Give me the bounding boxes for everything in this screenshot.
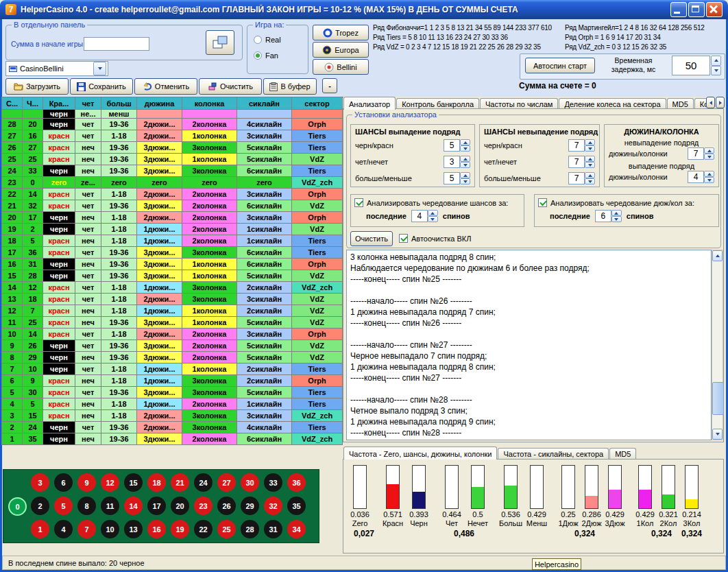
scrollbar-thumb[interactable] <box>712 382 724 415</box>
scroll-up-icon[interactable] <box>712 250 723 261</box>
cancel-button[interactable]: Отменить <box>134 78 197 95</box>
roulette-number[interactable]: 21 <box>171 473 189 492</box>
spin-up-icon[interactable] <box>585 156 595 162</box>
not-appear-0-value[interactable]: 7 <box>568 139 585 152</box>
radio-fan[interactable]: Fan <box>254 50 281 61</box>
collapse-button[interactable]: - <box>322 78 337 93</box>
alternation-chances-checkbox[interactable] <box>354 198 363 207</box>
delay-input[interactable] <box>672 56 710 75</box>
start-sum-input[interactable] <box>84 37 149 51</box>
roulette-number[interactable]: 31 <box>264 520 282 538</box>
roulette-number[interactable]: 32 <box>264 497 282 515</box>
roulette-number[interactable]: 26 <box>217 497 236 515</box>
casino-combobox[interactable]: CasinoBellini <box>5 61 108 76</box>
appear-0-value[interactable]: 5 <box>444 139 460 152</box>
spin-down-icon[interactable] <box>460 162 470 168</box>
detach-panel-button[interactable] <box>206 30 234 55</box>
europa-button[interactable]: Europa <box>313 42 369 58</box>
maximize-button[interactable] <box>688 2 705 17</box>
spin-up-icon[interactable] <box>585 139 595 145</box>
autoclear-checkbox[interactable] <box>399 234 408 243</box>
roulette-number[interactable]: 20 <box>171 497 189 515</box>
frequency-tab[interactable]: MD5 <box>609 448 636 460</box>
appear-2-value[interactable]: 5 <box>444 172 460 184</box>
spin-down-icon[interactable] <box>611 216 622 222</box>
roulette-number[interactable]: 16 <box>147 520 166 538</box>
spin-down-icon[interactable] <box>585 162 595 168</box>
clear-analyzer-button[interactable]: Очистить <box>350 231 393 246</box>
roulette-number[interactable]: 15 <box>124 473 143 492</box>
roulette-number[interactable]: 6 <box>54 473 73 492</box>
roulette-number[interactable]: 33 <box>264 473 282 492</box>
load-button[interactable]: Загрузить <box>5 78 69 95</box>
spin-up-icon[interactable] <box>704 147 714 154</box>
roulette-number[interactable]: 35 <box>287 497 306 515</box>
roulette-number[interactable]: 18 <box>147 473 166 492</box>
chevron-down-icon[interactable] <box>93 62 106 75</box>
roulette-number[interactable]: 12 <box>101 473 119 492</box>
spin-down-icon[interactable] <box>460 178 470 184</box>
roulette-number[interactable]: 9 <box>77 473 96 492</box>
roulette-number-zero[interactable]: 0 <box>8 497 27 516</box>
spin-down-icon[interactable] <box>585 178 595 184</box>
dozen-app-value[interactable]: 4 <box>688 171 704 183</box>
roulette-number[interactable]: 11 <box>101 497 119 515</box>
frequency-tab[interactable]: Частота - сиклайны, сектора <box>498 448 609 460</box>
roulette-number[interactable]: 2 <box>31 497 49 515</box>
buffer-button[interactable]: В буфер <box>263 78 317 95</box>
spin-up-icon[interactable] <box>428 210 438 216</box>
log-scrollbar[interactable] <box>712 250 723 440</box>
roulette-number[interactable]: 13 <box>124 520 143 538</box>
tropez-button[interactable]: Tropez <box>313 25 369 40</box>
roulette-number[interactable]: 28 <box>241 520 259 538</box>
spin-down-icon[interactable] <box>460 145 470 152</box>
radio-real[interactable]: Real <box>254 34 281 45</box>
alt-chances-value[interactable]: 4 <box>411 210 428 222</box>
roulette-number[interactable]: 36 <box>287 473 306 492</box>
alternation-dozens-checkbox[interactable] <box>538 198 547 207</box>
roulette-number[interactable]: 29 <box>241 497 259 515</box>
save-button[interactable]: Сохранить <box>70 78 133 95</box>
roulette-number[interactable]: 24 <box>194 473 213 492</box>
analyzer-tab[interactable]: Анализатор <box>343 97 396 110</box>
roulette-number[interactable]: 25 <box>217 520 236 538</box>
frequency-tab[interactable]: Частота - Zero, шансы, дюжины, колонки <box>343 446 497 460</box>
spin-up-icon[interactable] <box>460 156 470 162</box>
tab-scroll-right-icon[interactable] <box>716 97 725 108</box>
roulette-number[interactable]: 5 <box>54 497 73 515</box>
roulette-number[interactable]: 30 <box>241 473 259 492</box>
tab-scroll-left-icon[interactable] <box>706 97 715 108</box>
spin-down-icon[interactable] <box>704 177 714 183</box>
spin-up-icon[interactable] <box>704 171 714 177</box>
appear-1-value[interactable]: 3 <box>444 156 460 168</box>
alt-dozens-value[interactable]: 6 <box>595 210 611 222</box>
roulette-number[interactable]: 34 <box>287 520 306 538</box>
spin-down-icon[interactable] <box>585 145 595 152</box>
analyzer-log[interactable]: 3 колонка невыпадала подряд 8 спин; Набл… <box>346 250 712 440</box>
dozen-not-value[interactable]: 7 <box>688 147 704 160</box>
spin-up-icon[interactable] <box>460 139 470 145</box>
roulette-number[interactable]: 22 <box>194 520 213 538</box>
roulette-number[interactable]: 4 <box>54 520 73 538</box>
autospin-start-button[interactable]: Автоспин старт <box>525 58 595 73</box>
roulette-number[interactable]: 1 <box>31 520 49 538</box>
spin-up-icon[interactable] <box>460 172 470 178</box>
spin-down-icon[interactable] <box>704 154 714 160</box>
close-button[interactable] <box>706 2 723 17</box>
roulette-number[interactable]: 17 <box>147 497 166 515</box>
roulette-number[interactable]: 8 <box>77 497 96 515</box>
clear-button[interactable]: Очистить <box>199 78 262 95</box>
spin-up-icon[interactable] <box>585 172 595 178</box>
scroll-down-icon[interactable] <box>712 429 723 440</box>
spin-up-icon[interactable] <box>711 56 721 66</box>
bellini-button[interactable]: Bellini <box>313 59 369 75</box>
minimize-button[interactable] <box>670 2 687 17</box>
spin-up-icon[interactable] <box>611 210 622 216</box>
not-appear-2-value[interactable]: 7 <box>568 172 585 184</box>
roulette-number[interactable]: 27 <box>217 473 236 492</box>
roulette-number[interactable]: 19 <box>171 520 189 538</box>
roulette-number[interactable]: 14 <box>124 497 143 515</box>
not-appear-1-value[interactable]: 7 <box>568 156 585 168</box>
roulette-number[interactable]: 7 <box>77 520 96 538</box>
roulette-number[interactable]: 3 <box>31 473 49 492</box>
